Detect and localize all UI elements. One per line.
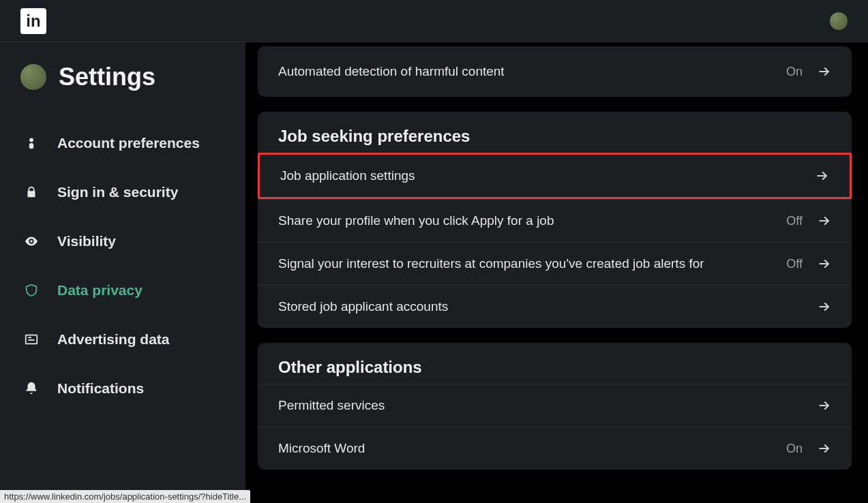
sidebar-item-label: Data privacy <box>57 282 143 299</box>
settings-sidebar: Settings Account preferences Sign in & s… <box>0 42 245 503</box>
section-title: Job seeking preferences <box>258 112 852 153</box>
page-title: Settings <box>59 63 155 91</box>
section-title: Other applications <box>258 343 852 384</box>
row-label: Signal your interest to recruiters at co… <box>278 256 704 271</box>
section-partial: Automated detection of harmful content O… <box>258 46 852 97</box>
newspaper-icon <box>23 331 40 348</box>
linkedin-logo[interactable]: in <box>20 8 46 34</box>
arrow-right-icon <box>818 214 831 228</box>
lock-icon <box>23 184 40 200</box>
row-label: Permitted services <box>278 398 385 413</box>
sidebar-item-label: Sign in & security <box>57 184 178 200</box>
sidebar-item-label: Notifications <box>57 380 144 397</box>
row-label: Microsoft Word <box>278 441 365 456</box>
logo-text: in <box>26 12 40 31</box>
row-status: On <box>786 442 803 456</box>
sidebar-header: Settings <box>19 63 233 91</box>
profile-avatar-side[interactable] <box>20 64 46 90</box>
row-signal-interest-recruiters[interactable]: Signal your interest to recruiters at co… <box>258 242 852 285</box>
sidebar-item-label: Advertising data <box>57 331 170 348</box>
sidebar-item-advertising-data[interactable]: Advertising data <box>19 315 233 364</box>
row-label: Job application settings <box>280 168 415 183</box>
sidebar-item-label: Visibility <box>57 233 116 249</box>
arrow-right-icon <box>815 169 829 183</box>
section-other-applications: Other applications Permitted services Mi… <box>258 343 852 470</box>
row-microsoft-word[interactable]: Microsoft Word On <box>258 427 852 470</box>
svg-rect-1 <box>29 143 33 149</box>
svg-point-0 <box>29 138 33 142</box>
shield-icon <box>23 282 40 299</box>
row-label: Stored job applicant accounts <box>278 299 448 314</box>
row-label: Share your profile when you click Apply … <box>278 213 554 228</box>
arrow-right-icon <box>818 65 831 78</box>
sidebar-item-sign-in-security[interactable]: Sign in & security <box>19 168 233 217</box>
sidebar-item-notifications[interactable]: Notifications <box>19 364 233 413</box>
row-permitted-services[interactable]: Permitted services <box>258 384 852 427</box>
browser-status-url: https://www.linkedin.com/jobs/applicatio… <box>0 490 250 503</box>
arrow-right-icon <box>818 399 831 412</box>
row-share-profile-apply[interactable]: Share your profile when you click Apply … <box>258 199 852 242</box>
person-icon <box>23 135 40 151</box>
sidebar-item-visibility[interactable]: Visibility <box>19 217 233 266</box>
row-status: On <box>786 65 803 79</box>
row-automated-detection[interactable]: Automated detection of harmful content O… <box>258 46 852 97</box>
arrow-right-icon <box>818 257 831 271</box>
arrow-right-icon <box>818 442 831 455</box>
svg-point-2 <box>30 240 33 243</box>
eye-icon <box>23 233 40 249</box>
row-status: Off <box>786 257 803 271</box>
row-status: Off <box>786 214 803 228</box>
profile-avatar-top[interactable] <box>830 12 848 30</box>
top-bar: in <box>0 0 868 42</box>
bell-icon <box>23 380 40 397</box>
sidebar-item-account-preferences[interactable]: Account preferences <box>19 119 233 168</box>
row-label: Automated detection of harmful content <box>278 64 505 79</box>
sidebar-item-data-privacy[interactable]: Data privacy <box>19 266 233 315</box>
row-job-application-settings[interactable]: Job application settings <box>258 153 852 199</box>
row-stored-job-applicant-accounts[interactable]: Stored job applicant accounts <box>258 285 852 328</box>
arrow-right-icon <box>818 300 831 314</box>
sidebar-item-label: Account preferences <box>57 135 200 151</box>
section-job-seeking-preferences: Job seeking preferences Job application … <box>258 112 852 328</box>
main-content: Automated detection of harmful content O… <box>245 42 868 503</box>
